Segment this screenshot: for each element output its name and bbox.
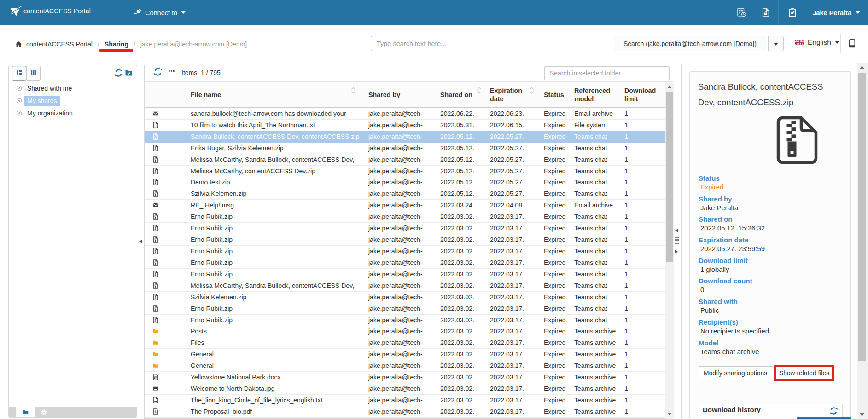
sidebar-panel: Shared with me My shares My organization xyxy=(8,65,137,418)
approval-tasks-icon[interactable] xyxy=(788,8,797,17)
page-scrollbar[interactable] xyxy=(857,63,868,419)
column-status[interactable]: Status xyxy=(544,91,564,99)
connect-to-menu[interactable]: Connect to xyxy=(133,0,186,25)
table-row[interactable]: General jake.peralta@tech- 2022.03.02. 2… xyxy=(145,360,665,372)
expiration-cell: 2022.03.17. xyxy=(490,385,544,392)
table-row[interactable]: Demo test.zip jake.peralta@tech- 2022.05… xyxy=(145,177,665,189)
tree-item[interactable]: My organization xyxy=(9,107,137,120)
table-row[interactable]: sandra.bullock@tech-arrow.com has downlo… xyxy=(145,108,665,120)
table-row[interactable]: Melissa McCarthy, contentACCESS Dev.zip … xyxy=(145,166,665,177)
legal-hold-icon[interactable] xyxy=(762,8,770,17)
sort-icon[interactable] xyxy=(350,87,356,94)
field-value: Public xyxy=(699,306,841,315)
splitter-collapse-right-arrow[interactable] xyxy=(675,250,678,253)
modify-sharing-button[interactable]: Modify sharing options xyxy=(699,366,772,380)
layout-detail-toggle[interactable] xyxy=(12,66,26,81)
model-cell: Email archive xyxy=(574,201,624,209)
grid-refresh-icon[interactable] xyxy=(154,68,162,76)
expiration-cell: 2022.04.08. xyxy=(490,201,544,209)
user-menu[interactable]: Jake Peralta xyxy=(812,0,860,25)
circle-arrow-icon xyxy=(17,98,22,103)
scroll-down-icon[interactable] xyxy=(860,413,864,416)
more-options-icon[interactable] xyxy=(169,70,175,72)
splitter-collapse-left-arrow[interactable] xyxy=(675,229,678,232)
search-options-button[interactable] xyxy=(768,36,784,51)
table-row[interactable]: Erno Rubik.zip jake.peralta@tech- 2022.0… xyxy=(145,303,665,315)
file-name-cell: Erno Rubik.zip xyxy=(191,236,368,243)
breadcrumb-separator: / xyxy=(134,40,135,48)
table-row[interactable]: The_lion_king_Circle_of_life_lyrics_engl… xyxy=(145,395,665,406)
table-row[interactable]: Erno Rubik.zip jake.peralta@tech- 2022.0… xyxy=(145,269,665,280)
table-row[interactable]: Files jake.peralta@tech- 2022.03.02. 202… xyxy=(145,337,665,349)
table-row[interactable]: Sandra Bullock, contentACCESS Dev, conte… xyxy=(145,131,665,143)
folder-search-input[interactable] xyxy=(544,66,670,80)
column-file-name[interactable]: File name xyxy=(191,91,221,99)
table-row[interactable]: Erno Rubik.zip jake.peralta@tech- 2022.0… xyxy=(145,211,665,223)
column-download-limit[interactable]: Download limit xyxy=(624,86,661,103)
details-field: Shared on 2022.05.12. 15:26:32 xyxy=(699,215,841,235)
table-row[interactable]: Szilvia Kelemen.zip jake.peralta@tech- 2… xyxy=(145,292,665,303)
layout-columns-toggle[interactable] xyxy=(26,66,41,81)
tree-item[interactable]: My shares xyxy=(9,94,137,107)
breadcrumb-section[interactable]: Sharing xyxy=(105,40,128,48)
file-name-cell: sandra.bullock@tech-arrow.com has downlo… xyxy=(191,110,368,117)
expiration-cell: 2022.06.23. xyxy=(490,110,544,117)
sidebar-collapse-arrow[interactable] xyxy=(139,240,142,243)
caret-down-icon xyxy=(835,41,839,44)
breadcrumb-root[interactable]: contentACCESS Portal xyxy=(26,40,93,48)
scroll-down-icon[interactable] xyxy=(667,413,672,415)
table-scrollbar[interactable] xyxy=(665,83,674,419)
folder-select-icon[interactable] xyxy=(124,69,133,77)
column-expiration-date[interactable]: Expiration date xyxy=(490,86,527,103)
app-window: contentACCESS Portal Connect to Jake Per… xyxy=(0,0,868,419)
scroll-up-icon[interactable] xyxy=(667,86,672,88)
file-type-cell xyxy=(145,168,191,174)
expiration-cell: 2022.05.27. xyxy=(490,167,544,175)
mobile-view-icon[interactable] xyxy=(849,39,855,48)
table-row[interactable]: Posts jake.peralta@tech- 2022.03.02. 202… xyxy=(145,326,665,338)
table-row[interactable]: Erno Rubik.zip jake.peralta@tech- 2022.0… xyxy=(145,315,665,326)
home-icon[interactable] xyxy=(15,41,22,48)
model-cell: Teams chat xyxy=(574,224,624,232)
field-label: Download limit xyxy=(699,256,841,265)
expiration-cell: 2022.03.17. xyxy=(490,282,544,289)
navbar-divider xyxy=(778,0,779,25)
table-row[interactable]: Erno Rubik.zip jake.peralta@tech- 2022.0… xyxy=(145,257,665,269)
table-row[interactable]: Yellowstone National Park.docx jake.pera… xyxy=(145,372,665,383)
tree-item[interactable]: Shared with me xyxy=(9,82,137,94)
shared-by-cell: jake.peralta@tech- xyxy=(368,316,440,324)
tree-refresh-icon[interactable] xyxy=(115,69,122,77)
table-scrollbar-thumb[interactable] xyxy=(666,92,673,262)
tab-settings[interactable] xyxy=(35,407,53,417)
download-button[interactable] xyxy=(797,417,851,419)
brand[interactable]: contentACCESS Portal xyxy=(10,5,91,17)
tab-folders[interactable] xyxy=(16,407,35,417)
history-refresh-icon[interactable] xyxy=(830,407,838,415)
table-row[interactable]: Erno Rubik.zip jake.peralta@tech- 2022.0… xyxy=(145,246,665,257)
table-row[interactable]: RE_ Help!.msg jake.peralta@tech- 2022.03… xyxy=(145,200,665,211)
column-shared-on[interactable]: Shared on xyxy=(440,91,472,99)
language-selector[interactable]: English xyxy=(795,38,839,46)
column-shared-by[interactable]: Shared by xyxy=(368,91,400,99)
column-referenced-model[interactable]: Referenced model xyxy=(574,86,616,103)
page-scrollbar-thumb[interactable] xyxy=(858,73,866,361)
shared-on-cell: 2022.03.02. xyxy=(440,362,490,369)
table-row[interactable]: Szilvia Kelemen.zip jake.peralta@tech- 2… xyxy=(145,188,665,200)
sort-icon[interactable] xyxy=(476,87,482,94)
table-row[interactable]: Erno Rubik.zip jake.peralta@tech- 2022.0… xyxy=(145,223,665,234)
table-row[interactable]: Welcome to North Dakota.jpg jake.peralta… xyxy=(145,383,665,395)
splitter-grip[interactable] xyxy=(675,237,679,246)
scheduled-tasks-icon[interactable] xyxy=(737,8,746,17)
table-row[interactable]: Melissa McCarthy, Sandra Bullock, conten… xyxy=(145,280,665,292)
table-row[interactable]: Erika Bugár, Szilvia Kelemen.zip jake.pe… xyxy=(145,143,665,154)
sort-icon[interactable] xyxy=(529,87,535,94)
table-row[interactable]: Melissa McCarthy, Sandra Bullock, conten… xyxy=(145,154,665,166)
table-row[interactable]: The Proposal_bio.pdf jake.peralta@tech- … xyxy=(145,406,665,418)
show-related-files-button[interactable]: Show related files xyxy=(775,366,833,380)
table-row[interactable]: Erno Rubik.zip jake.peralta@tech- 2022.0… xyxy=(145,234,665,246)
search-input[interactable] xyxy=(371,36,614,51)
table-row[interactable]: 10 film to watch this April_The Northman… xyxy=(145,120,665,131)
scroll-up-icon[interactable] xyxy=(860,66,864,69)
table-row[interactable]: General jake.peralta@tech- 2022.03.02. 2… xyxy=(145,349,665,360)
search-button[interactable]: Search (jake.peralta@tech-arrow.com [Dem… xyxy=(614,36,766,51)
